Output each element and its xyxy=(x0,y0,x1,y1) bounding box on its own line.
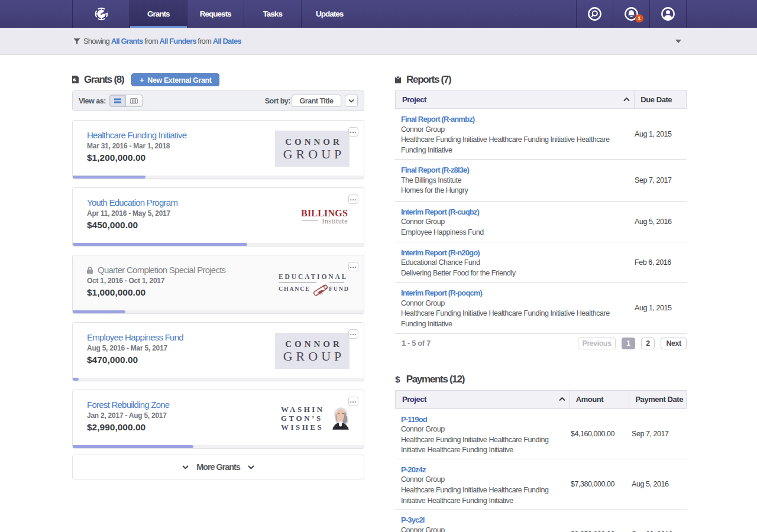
svg-text:1: 1 xyxy=(638,15,641,21)
